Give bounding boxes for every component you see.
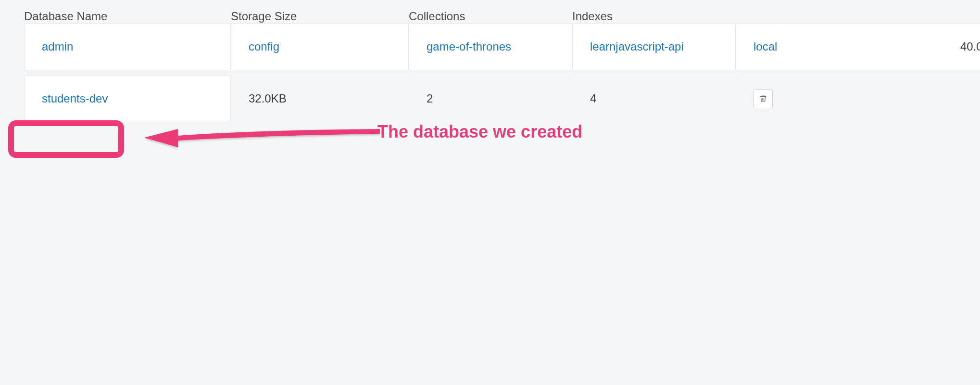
col-header-indexes: Indexes: [572, 10, 736, 23]
table-row: students-dev 32.0KB 2 4: [24, 75, 231, 122]
database-link[interactable]: students-dev: [42, 92, 108, 105]
table-row: admin 16.0KB 0 1: [24, 23, 231, 70]
table-row: config 36.0KB 0 2: [231, 23, 409, 70]
table-row: local 40.0KB 1 1: [736, 23, 980, 70]
collections-count: 2: [427, 92, 590, 105]
table-header: Database Name Storage Size Collections I…: [7, 0, 973, 141]
database-link[interactable]: game-of-thrones: [427, 40, 511, 53]
storage-size: 32.0KB: [249, 92, 427, 105]
database-link[interactable]: learnjavascript-api: [590, 40, 684, 53]
table-row: learnjavascript-api 32.0KB 2 3: [572, 23, 736, 70]
table-row: game-of-thrones 16.0KB 1 1: [409, 23, 572, 70]
database-table: Database Name Storage Size Collections I…: [0, 0, 980, 141]
storage-size: 40.0KB: [960, 40, 980, 53]
col-header-size: Storage Size: [231, 10, 409, 23]
indexes-count: 4: [590, 92, 754, 105]
database-link[interactable]: local: [754, 40, 777, 53]
database-link[interactable]: config: [249, 40, 279, 53]
col-header-collections: Collections: [409, 10, 572, 23]
trash-icon: [759, 94, 767, 103]
database-link[interactable]: admin: [42, 40, 73, 53]
col-header-name: Database Name: [24, 10, 231, 23]
delete-button[interactable]: [754, 89, 773, 108]
